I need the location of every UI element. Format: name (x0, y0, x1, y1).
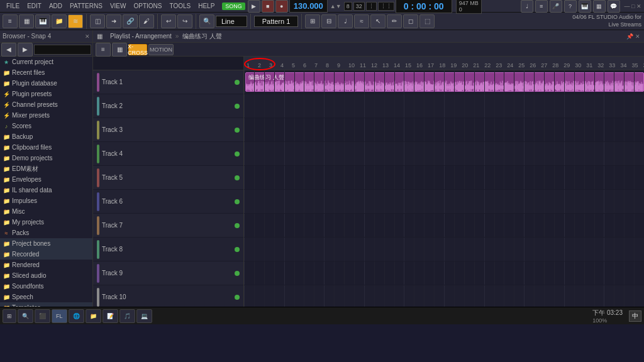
paint-btn[interactable]: 🖌 (139, 14, 154, 28)
browser-item-19[interactable]: 📁Rendered (0, 260, 92, 270)
browser-item-1[interactable]: 📁Recent files (0, 67, 92, 78)
mic-icon[interactable]: 🎤 (550, 0, 562, 13)
grid-track-0[interactable]: 编曲练习 人聲 (244, 70, 644, 94)
undo-btn[interactable]: ↩ (161, 14, 176, 28)
track-row-9[interactable]: Track 10 (93, 285, 243, 307)
track-row-2[interactable]: Track 3 (93, 118, 243, 142)
search-taskbar-btn[interactable]: 🔍 (18, 309, 33, 323)
browser-item-2[interactable]: 📁Plugin database (0, 78, 92, 89)
pen-btn[interactable]: ✏ (387, 14, 402, 28)
taskbar-app3[interactable]: 🌐 (69, 309, 84, 323)
pattern-icon[interactable]: ▦ (593, 0, 606, 13)
track-row-6[interactable]: Track 7 (93, 214, 243, 238)
cursor-btn[interactable]: ↖ (370, 14, 386, 28)
menu-file[interactable]: FILE (3, 0, 23, 12)
browser-item-5[interactable]: ⚡Mixer presets (0, 110, 92, 121)
menu-tools[interactable]: TOOLS (165, 0, 194, 12)
browser-item-7[interactable]: 📁Backup (0, 131, 92, 142)
browser-item-3[interactable]: ⚡Plugin presets (0, 89, 92, 99)
step-seq-btn[interactable]: ▦ (19, 14, 34, 28)
grid-track-2[interactable] (244, 118, 644, 142)
browser-item-12[interactable]: 📁IL shared data (0, 185, 92, 195)
taskbar-app6[interactable]: 🎵 (119, 309, 135, 323)
track-row-1[interactable]: Track 2 (93, 94, 243, 118)
arrow-btn[interactable]: ➜ (106, 14, 121, 28)
browser-item-11[interactable]: 📁Envelopes (0, 174, 92, 185)
select-btn[interactable]: ⬚ (419, 14, 435, 28)
zoom-btn[interactable]: 🔍 (199, 14, 214, 28)
browser-item-4[interactable]: ⚡Channel presets (0, 99, 92, 110)
motion-btn[interactable]: MOTION (148, 44, 174, 55)
mixer-btn[interactable]: ≡ (3, 14, 18, 28)
menu-help[interactable]: HELP (194, 0, 218, 12)
browser-item-0[interactable]: ★Current project (0, 57, 92, 67)
browser-btn[interactable]: 📁 (52, 14, 67, 28)
taskbar-app7[interactable]: 💻 (136, 309, 152, 323)
erase-btn[interactable]: ◻ (403, 14, 418, 28)
track-row-5[interactable]: Track 6 (93, 190, 243, 214)
browser-item-10[interactable]: 📁EDM素材 (0, 163, 92, 174)
menu-view[interactable]: VIEW (106, 0, 130, 12)
grid-track-1[interactable] (244, 94, 644, 118)
browser-item-21[interactable]: 📁Soundfonts (0, 281, 92, 292)
audio-clip-track1[interactable]: 编曲练习 人聲 (245, 72, 644, 92)
taskbar-app2[interactable]: FL (52, 309, 67, 323)
grid-track-5[interactable] (244, 190, 644, 214)
metronome-icon[interactable]: ♩ (521, 0, 533, 13)
record-button[interactable]: ● (275, 0, 288, 13)
menu-edit[interactable]: EDIT (23, 0, 45, 12)
piano-icon[interactable]: 🎹 (579, 0, 591, 13)
browser-item-14[interactable]: 📁Misc (0, 206, 92, 217)
play-button[interactable]: ▶ (248, 0, 260, 13)
browser-item-18[interactable]: 📁Recorded (0, 249, 92, 260)
help-icon[interactable]: ? (564, 0, 577, 13)
song-mode-badge[interactable]: SONG (222, 3, 245, 10)
stop-button[interactable]: ■ (262, 0, 274, 13)
track-row-8[interactable]: Track 9 (93, 261, 243, 285)
snap-btn[interactable]: ◫ (90, 14, 105, 28)
browser-item-9[interactable]: 📁Demo projects (0, 153, 92, 163)
browser-back[interactable]: ◀ (1, 43, 16, 57)
grid-track-8[interactable] (244, 261, 644, 285)
browser-item-20[interactable]: 📁Sliced audio (0, 270, 92, 281)
browser-item-6[interactable]: ♪Scores (0, 121, 92, 131)
pattern-display[interactable]: Pattern 1 (254, 16, 298, 27)
browser-item-16[interactable]: ≈Packs (0, 228, 92, 238)
taskbar-app5[interactable]: 📝 (103, 309, 118, 323)
x-cross-btn[interactable]: X-CROSS (128, 44, 147, 55)
piano-roll-btn[interactable]: 🎹 (35, 14, 50, 28)
playlist-close[interactable]: ✕ (635, 33, 640, 40)
grid-track-4[interactable] (244, 166, 644, 190)
track-row-7[interactable]: Track 8 (93, 238, 243, 261)
grid-btn[interactable]: ⊟ (321, 14, 336, 28)
grid-track-6[interactable] (244, 214, 644, 238)
browser-close[interactable]: ✕ (85, 33, 90, 40)
grid-track-7[interactable] (244, 238, 644, 261)
browser-item-17[interactable]: 📁Project bones (0, 238, 92, 249)
menu-options[interactable]: OPTIONS (130, 0, 165, 12)
mixer-icon[interactable]: ≡ (535, 0, 548, 13)
line-display[interactable]: Line (216, 16, 247, 27)
taskbar-app4[interactable]: 📁 (86, 309, 101, 323)
browser-item-15[interactable]: 📁My projects (0, 217, 92, 228)
grid-track-9[interactable] (244, 285, 644, 307)
bpm-display[interactable]: 130.000 (289, 0, 328, 13)
stutter-btn[interactable]: ≈ (354, 14, 369, 28)
browser-item-13[interactable]: 📁Impulses (0, 195, 92, 206)
chain-btn[interactable]: 🔗 (123, 14, 138, 28)
redo-btn[interactable]: ↪ (177, 14, 192, 28)
playlist-pin[interactable]: 📌 (626, 33, 633, 40)
grid-track-3[interactable] (244, 142, 644, 166)
playlist-tb-list[interactable]: ≡ (96, 43, 111, 57)
group-btn[interactable]: ⊞ (305, 14, 320, 28)
browser-search[interactable] (34, 45, 91, 55)
taskbar-app1[interactable]: ⬛ (35, 309, 50, 323)
playlist-btn[interactable]: ≋ (68, 14, 83, 28)
browser-item-23[interactable]: 📁Templates (0, 302, 92, 307)
notes-btn[interactable]: ♩ (338, 14, 353, 28)
track-row-4[interactable]: Track 5 (93, 166, 243, 190)
chat-icon[interactable]: 💬 (608, 0, 620, 13)
browser-forward[interactable]: ▶ (18, 43, 33, 57)
start-btn[interactable]: ⊞ (3, 309, 16, 323)
arrangement-grid[interactable]: 1234567891011121314151617181920212223242… (244, 57, 644, 307)
